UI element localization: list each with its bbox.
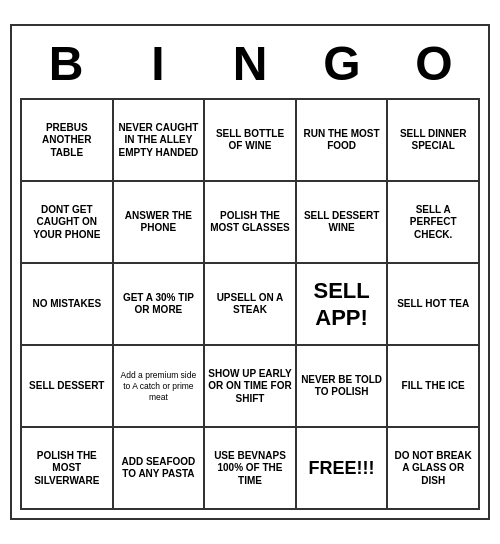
bingo-cell-7: POLISH THE MOST GLASSES: [205, 182, 297, 264]
bingo-cell-0: PREBUS ANOTHER TABLE: [22, 100, 114, 182]
bingo-cell-19: FILL THE ICE: [388, 346, 480, 428]
bingo-cell-14: SELL Hot Tea: [388, 264, 480, 346]
bingo-cell-1: NEVER CAUGHT IN THE ALLEY EMPTY HANDED: [114, 100, 206, 182]
bingo-cell-2: SELL BOTTLE OF WINE: [205, 100, 297, 182]
bingo-cell-18: NEVER BE TOLD TO POLISH: [297, 346, 389, 428]
bingo-cell-24: DO NOT BREAK A GLASS OR DISH: [388, 428, 480, 510]
bingo-cell-5: DONT GET CAUGHT ON YOUR PHONE: [22, 182, 114, 264]
bingo-cell-6: ANSWER THE PHONE: [114, 182, 206, 264]
bingo-card: BINGO PREBUS ANOTHER TABLENEVER CAUGHT I…: [10, 24, 490, 521]
bingo-cell-16: Add a premium side to A catch or prime m…: [114, 346, 206, 428]
bingo-letter-g: G: [296, 34, 388, 95]
bingo-cell-22: USE BEVNAPS 100% OF THE TIME: [205, 428, 297, 510]
bingo-letter-o: O: [388, 34, 480, 95]
bingo-cell-9: SELL A PERFECT CHECK.: [388, 182, 480, 264]
bingo-cell-21: ADD SEAFOOD TO ANY PASTA: [114, 428, 206, 510]
bingo-header: BINGO: [20, 34, 480, 95]
bingo-letter-i: I: [112, 34, 204, 95]
bingo-grid: PREBUS ANOTHER TABLENEVER CAUGHT IN THE …: [20, 98, 480, 510]
bingo-letter-n: N: [204, 34, 296, 95]
bingo-cell-11: GET A 30% TIP OR MORE: [114, 264, 206, 346]
bingo-cell-15: SELL DESSERT: [22, 346, 114, 428]
bingo-cell-13: SELL APP!: [297, 264, 389, 346]
bingo-cell-23: FREE!!!: [297, 428, 389, 510]
bingo-letter-b: B: [20, 34, 112, 95]
bingo-cell-4: SELL DINNER SPECIAL: [388, 100, 480, 182]
bingo-cell-10: NO MISTAKES: [22, 264, 114, 346]
bingo-cell-3: RUN THE MOST FOOD: [297, 100, 389, 182]
bingo-cell-20: POLISH THE MOST SILVERWARE: [22, 428, 114, 510]
bingo-cell-12: UPSELL ON A STEAK: [205, 264, 297, 346]
bingo-cell-17: SHOW UP EARLY OR ON TIME FOR SHIFT: [205, 346, 297, 428]
bingo-cell-8: SELL DESSERT WINE: [297, 182, 389, 264]
